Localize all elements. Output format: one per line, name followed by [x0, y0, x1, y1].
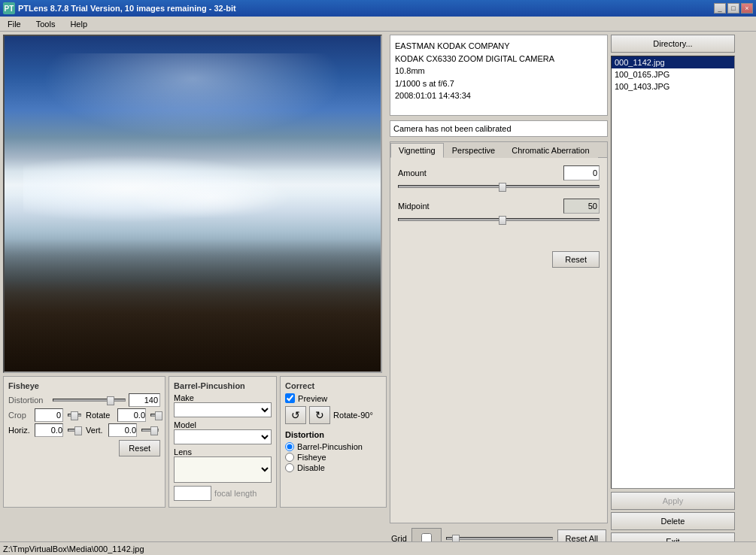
- lens-select[interactable]: [174, 456, 272, 483]
- vert-slider-thumb[interactable]: [150, 426, 158, 435]
- file-item-1[interactable]: 100_0165.JPG: [612, 68, 734, 80]
- title-bar: PT PTLens 8.7.8 Trial Version, 10 images…: [0, 0, 756, 17]
- disable-radio[interactable]: [285, 463, 294, 472]
- menu-help[interactable]: Help: [65, 18, 92, 30]
- apply-button[interactable]: Apply: [611, 492, 735, 510]
- camera-info-panel: EASTMAN KODAK COMPANY KODAK CX6330 ZOOM …: [390, 35, 608, 116]
- make-label: Make: [174, 393, 272, 402]
- camera-model: KODAK CX6330 ZOOM DIGITAL CAMERA: [395, 53, 603, 65]
- minimize-button[interactable]: _: [714, 3, 726, 14]
- image-panel: Fisheye Distortion Crop: [3, 35, 387, 550]
- menu-tools[interactable]: Tools: [32, 18, 60, 30]
- tabs-container: Vignetting Perspective Chromatic Aberrat…: [390, 141, 608, 523]
- fisheye-reset-button[interactable]: Reset: [119, 440, 160, 456]
- middle-section: EASTMAN KODAK COMPANY KODAK CX6330 ZOOM …: [390, 35, 608, 550]
- correct-panel: Correct Preview ↺ ↻ Rotate-90° Distortio…: [280, 376, 387, 508]
- rotate-ccw-button[interactable]: ↺: [285, 406, 306, 424]
- distortion-slider-thumb[interactable]: [107, 396, 114, 405]
- lens-label: Lens: [174, 447, 272, 456]
- distortion-slider-track[interactable]: [53, 399, 126, 402]
- main-content: Fisheye Distortion Crop: [0, 32, 756, 553]
- controls-row: Fisheye Distortion Crop: [3, 376, 387, 508]
- preview-image: [5, 36, 381, 373]
- window-title: PTLens 8.7.8 Trial Version, 10 images re…: [18, 4, 236, 13]
- distortion-section-title: Distortion: [285, 430, 381, 439]
- model-select[interactable]: [174, 429, 272, 444]
- distortion-row: Distortion: [8, 393, 160, 407]
- amount-label: Amount: [398, 168, 443, 177]
- camera-exposure: 1/1000 s at f/6.7: [395, 77, 603, 90]
- tab-vignetting[interactable]: Vignetting: [390, 143, 444, 158]
- preview-label: Preview: [298, 394, 327, 403]
- tab-perspective[interactable]: Perspective: [444, 143, 503, 158]
- midpoint-slider-thumb[interactable]: [499, 216, 506, 225]
- barrel-pincushion-radio[interactable]: [285, 442, 294, 451]
- tab-content-vignetting: Amount Midpoint Reset: [390, 158, 607, 323]
- midpoint-label: Midpoint: [398, 202, 443, 211]
- calibration-status: Camera has not been calibrated: [393, 124, 604, 133]
- rotate-90-label: Rotate-90°: [333, 411, 373, 420]
- image-container: [3, 35, 382, 373]
- barrel-pincushion-radio-label: Barrel-Pincushion: [297, 442, 363, 451]
- barrel-pincushion-panel: Barrel-Pincushion Make Model Lens focal …: [169, 376, 277, 508]
- delete-button[interactable]: Delete: [611, 512, 735, 530]
- fisheye-radio-label: Fisheye: [297, 453, 326, 462]
- file-list[interactable]: 000_1142.jpg 100_0165.JPG 100_1403.JPG: [611, 56, 735, 489]
- file-item-2[interactable]: 100_1403.JPG: [612, 80, 734, 92]
- horiz-label: Horiz.: [8, 426, 35, 435]
- status-bar: Z:\TmpVirtualBox\Media\000_1142.jpg: [0, 541, 756, 555]
- rotate-cw-button[interactable]: ↻: [309, 406, 330, 424]
- distortion-input[interactable]: [129, 393, 160, 407]
- focal-length-label: focal length: [214, 489, 257, 498]
- app-icon: PT: [3, 2, 15, 14]
- horiz-slider-thumb[interactable]: [74, 426, 82, 435]
- menu-file[interactable]: File: [3, 18, 26, 30]
- focal-length-input[interactable]: [174, 486, 211, 501]
- right-file-section: Directory... 000_1142.jpg 100_0165.JPG 1…: [611, 35, 735, 550]
- preview-checkbox[interactable]: [285, 393, 295, 403]
- barrel-title: Barrel-Pincushion: [174, 381, 272, 390]
- directory-button[interactable]: Directory...: [611, 35, 735, 53]
- crop-label: Crop: [8, 411, 35, 420]
- rotate-slider-thumb[interactable]: [155, 411, 162, 420]
- status-path: Z:\TmpVirtualBox\Media\000_1142.jpg: [3, 544, 144, 553]
- camera-make: EASTMAN KODAK COMPANY: [395, 40, 603, 53]
- make-select[interactable]: [174, 402, 272, 417]
- vignetting-reset-button[interactable]: Reset: [552, 251, 600, 268]
- fisheye-radio[interactable]: [285, 453, 294, 462]
- rotate-input[interactable]: [117, 408, 146, 422]
- fisheye-title: Fisheye: [8, 381, 160, 390]
- crop-input[interactable]: [35, 408, 63, 422]
- camera-focal: 10.8mm: [395, 65, 603, 77]
- correct-title: Correct: [285, 381, 381, 390]
- menu-bar: File Tools Help: [0, 17, 756, 32]
- model-label: Model: [174, 420, 272, 429]
- close-button[interactable]: ×: [741, 3, 753, 14]
- fisheye-panel: Fisheye Distortion Crop: [3, 376, 165, 508]
- rotate-label: Rotate: [86, 411, 117, 420]
- file-item-0[interactable]: 000_1142.jpg: [612, 56, 734, 68]
- amount-input[interactable]: [563, 165, 600, 180]
- tab-bar: Vignetting Perspective Chromatic Aberrat…: [390, 142, 607, 158]
- vert-input[interactable]: [108, 423, 137, 437]
- window-controls: _ □ ×: [714, 3, 753, 14]
- maximize-button[interactable]: □: [727, 3, 739, 14]
- midpoint-input[interactable]: [563, 199, 600, 214]
- disable-radio-label: Disable: [297, 463, 325, 472]
- camera-datetime: 2008:01:01 14:43:34: [395, 89, 603, 102]
- title-bar-left: PT PTLens 8.7.8 Trial Version, 10 images…: [3, 2, 236, 14]
- tab-chromatic-aberration[interactable]: Chromatic Aberration: [503, 143, 597, 158]
- distortion-label: Distortion: [8, 396, 50, 405]
- vert-label: Vert.: [86, 426, 108, 435]
- horiz-input[interactable]: [35, 423, 63, 437]
- crop-slider-thumb[interactable]: [71, 411, 78, 420]
- amount-slider-thumb[interactable]: [499, 183, 506, 192]
